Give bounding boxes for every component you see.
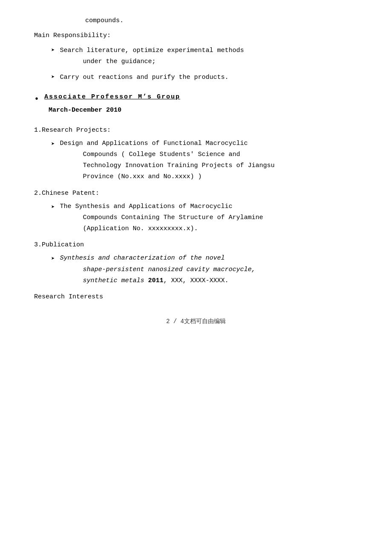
chinese-patent-list: ➤ The Synthesis and Applications of Macr… (51, 201, 358, 235)
compounds-line: compounds. (85, 17, 358, 24)
publication-list: ➤ Synthesis and characterization of the … (51, 253, 358, 286)
arrow-icon: ➤ (51, 46, 55, 56)
assoc-prof-date: March-December 2010 (49, 107, 358, 114)
main-responsibility-label: Main Responsibility: (34, 32, 358, 39)
publication-label: 3.Publication (34, 241, 358, 249)
footer-text: 2 / 4文档可自由编辑 (166, 318, 226, 325)
publication-text: Synthesis and characterization of the no… (60, 253, 358, 286)
list-item: ➤ Synthesis and characterization of the … (51, 253, 358, 286)
assoc-prof-header: • Associate Professor M’s Group (34, 93, 358, 104)
list-item: ➤ Search literature, optimize experiment… (51, 45, 358, 67)
arrow-icon: ➤ (51, 139, 55, 150)
research-projects-label: 1.Research Projects: (34, 127, 358, 134)
publication-section: 3.Publication ➤ Synthesis and characteri… (34, 241, 358, 286)
bullet-text: Search literature, optimize experimental… (60, 45, 358, 67)
assoc-prof-title: Associate Professor M’s Group (44, 93, 180, 101)
list-item: ➤ Carry out reactions and purify the pro… (51, 72, 358, 83)
chinese-patent-section: 2.Chinese Patent: ➤ The Synthesis and Ap… (34, 190, 358, 235)
list-item: ➤ Design and Applications of Functional … (51, 138, 358, 183)
research-project-text: Design and Applications of Functional Ma… (60, 138, 358, 183)
research-projects-section: 1.Research Projects: ➤ Design and Applic… (34, 127, 358, 183)
research-interests-label: Research Interests (34, 293, 358, 301)
bullet-text: Carry out reactions and purify the produ… (60, 72, 358, 83)
assoc-prof-section: • Associate Professor M’s Group March-De… (34, 93, 358, 114)
arrow-icon: ➤ (51, 72, 55, 83)
bullet-dot: • (34, 94, 39, 104)
research-projects-list: ➤ Design and Applications of Functional … (51, 138, 358, 183)
list-item: ➤ The Synthesis and Applications of Macr… (51, 201, 358, 235)
arrow-icon: ➤ (51, 254, 55, 264)
chinese-patent-text: The Synthesis and Applications of Macroc… (60, 201, 358, 235)
page-footer: 2 / 4文档可自由编辑 (34, 318, 358, 325)
pub-rest: , XXX, XXXX-XXXX. (164, 277, 229, 284)
chinese-patent-label: 2.Chinese Patent: (34, 190, 358, 197)
main-responsibility-list: ➤ Search literature, optimize experiment… (51, 45, 358, 83)
page-container: compounds. Main Responsibility: ➤ Search… (34, 17, 358, 325)
arrow-icon: ➤ (51, 202, 55, 213)
pub-bold-year: 2011 (144, 277, 163, 284)
compounds-text: compounds. (85, 17, 124, 24)
